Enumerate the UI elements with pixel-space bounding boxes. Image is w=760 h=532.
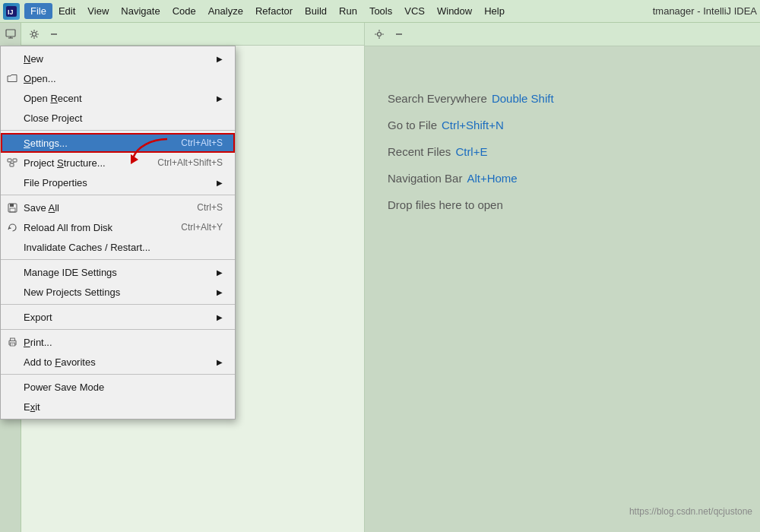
- svg-point-15: [33, 32, 36, 36]
- svg-rect-18: [13, 159, 17, 162]
- svg-text:IJ: IJ: [8, 8, 14, 16]
- menu-view[interactable]: View: [81, 3, 115, 19]
- reload-icon: [5, 220, 19, 234]
- toolbar-settings-btn[interactable]: [26, 26, 43, 43]
- menu-item-settings[interactable]: Settings... Ctrl+Alt+S: [1, 133, 235, 153]
- app-logo: IJ: [3, 3, 20, 20]
- right-toolbar-settings[interactable]: [371, 26, 388, 43]
- menu-item-close-project[interactable]: Close Project: [1, 108, 235, 128]
- submenu-arrow-recent: ▶: [217, 94, 223, 103]
- submenu-arrow-export: ▶: [217, 313, 223, 321]
- svg-point-31: [378, 33, 382, 36]
- project-structure-shortcut: Ctrl+Alt+Shift+S: [157, 157, 223, 168]
- project-structure-icon: [5, 156, 19, 169]
- svg-rect-19: [10, 163, 14, 166]
- watermark: https://blog.csdn.net/qcjustone: [629, 506, 752, 517]
- hint-search-everywhere: Search Everywhere Double Shift: [388, 92, 737, 105]
- menu-item-power-save[interactable]: Power Save Mode: [1, 377, 235, 397]
- separator-3: [1, 259, 235, 260]
- submenu-arrow-fileprops: ▶: [217, 179, 223, 187]
- hint-navigation-bar: Navigation Bar Alt+Home: [388, 172, 737, 185]
- separator-6: [1, 374, 235, 375]
- separator-4: [1, 304, 235, 305]
- menu-item-project-structure[interactable]: Project Structure... Ctrl+Alt+Shift+S: [1, 153, 235, 173]
- menu-item-save-all[interactable]: Save All Ctrl+S: [1, 198, 235, 217]
- settings-shortcut: Ctrl+Alt+S: [181, 138, 223, 148]
- menu-item-manage-ide[interactable]: Manage IDE Settings ▶: [1, 262, 235, 282]
- menu-item-open[interactable]: Open...: [1, 68, 235, 88]
- menu-window[interactable]: Window: [431, 3, 478, 19]
- reload-shortcut: Ctrl+Alt+Y: [181, 222, 223, 233]
- open-icon: [5, 71, 19, 85]
- submenu-arrow-new: ▶: [217, 55, 223, 63]
- menu-run[interactable]: Run: [333, 3, 363, 19]
- menu-file[interactable]: File: [24, 3, 52, 19]
- menu-item-invalidate-caches[interactable]: Invalidate Caches / Restart...: [1, 237, 235, 257]
- menu-analyze[interactable]: Analyze: [202, 3, 249, 19]
- menu-refactor[interactable]: Refactor: [249, 3, 299, 19]
- menu-item-add-to-favorites[interactable]: Add to Favorites ▶: [1, 352, 235, 372]
- hint-go-to-file: Go to File Ctrl+Shift+N: [388, 119, 737, 131]
- menu-edit[interactable]: Edit: [52, 3, 81, 19]
- right-hints-area: Search Everywhere Double Shift Go to Fil…: [365, 46, 760, 532]
- menu-item-new[interactable]: New ▶: [1, 49, 235, 68]
- menu-item-export[interactable]: Export ▶: [1, 307, 235, 327]
- toolbar-minimize-btn[interactable]: [46, 26, 62, 43]
- separator-1: [1, 130, 235, 131]
- right-toolbar: [365, 23, 760, 46]
- left-toolbar: [21, 23, 364, 46]
- svg-rect-17: [8, 159, 11, 162]
- svg-rect-2: [6, 30, 15, 36]
- svg-rect-24: [10, 208, 15, 212]
- submenu-arrow-newprojects: ▶: [217, 288, 223, 296]
- window-title: tmanager - IntelliJ IDEA: [653, 5, 757, 17]
- svg-rect-29: [11, 344, 13, 345]
- submenu-arrow-favorites: ▶: [217, 358, 223, 366]
- menu-vcs[interactable]: VCS: [398, 3, 431, 19]
- separator-2: [1, 195, 235, 195]
- hint-drop-files: Drop files here to open: [388, 198, 737, 211]
- sidebar-icon-1[interactable]: [2, 26, 19, 43]
- right-panel: Search Everywhere Double Shift Go to Fil…: [365, 23, 760, 532]
- menu-code[interactable]: Code: [166, 3, 202, 19]
- separator-5: [1, 329, 235, 330]
- save-all-shortcut: Ctrl+S: [197, 202, 223, 213]
- main-area: New ▶ Open... Open Recent ▶ Close Projec…: [0, 23, 760, 532]
- menu-tools[interactable]: Tools: [363, 3, 398, 19]
- save-all-icon: [5, 201, 19, 214]
- menu-item-print[interactable]: Print...: [1, 332, 235, 352]
- submenu-arrow-manageide: ▶: [217, 268, 223, 277]
- right-toolbar-minimize[interactable]: [391, 26, 407, 43]
- file-menu-dropdown: New ▶ Open... Open Recent ▶ Close Projec…: [0, 46, 236, 420]
- left-panel: New ▶ Open... Open Recent ▶ Close Projec…: [0, 23, 365, 532]
- menu-item-reload-all[interactable]: Reload All from Disk Ctrl+Alt+Y: [1, 217, 235, 237]
- menu-item-file-properties[interactable]: File Properties ▶: [1, 173, 235, 192]
- menu-navigate[interactable]: Navigate: [115, 3, 166, 19]
- menu-item-open-recent[interactable]: Open Recent ▶: [1, 88, 235, 108]
- svg-rect-27: [10, 343, 14, 346]
- svg-rect-23: [10, 204, 14, 207]
- menu-build[interactable]: Build: [299, 3, 333, 19]
- print-icon: [5, 335, 19, 349]
- menu-help[interactable]: Help: [478, 3, 511, 19]
- menu-item-exit[interactable]: Exit: [1, 397, 235, 416]
- menu-item-new-projects-settings[interactable]: New Projects Settings ▶: [1, 282, 235, 302]
- menubar: IJ File Edit View Navigate Code Analyze …: [0, 0, 760, 23]
- svg-rect-26: [10, 338, 14, 341]
- svg-rect-28: [11, 344, 14, 344]
- hint-recent-files: Recent Files Ctrl+E: [388, 145, 737, 158]
